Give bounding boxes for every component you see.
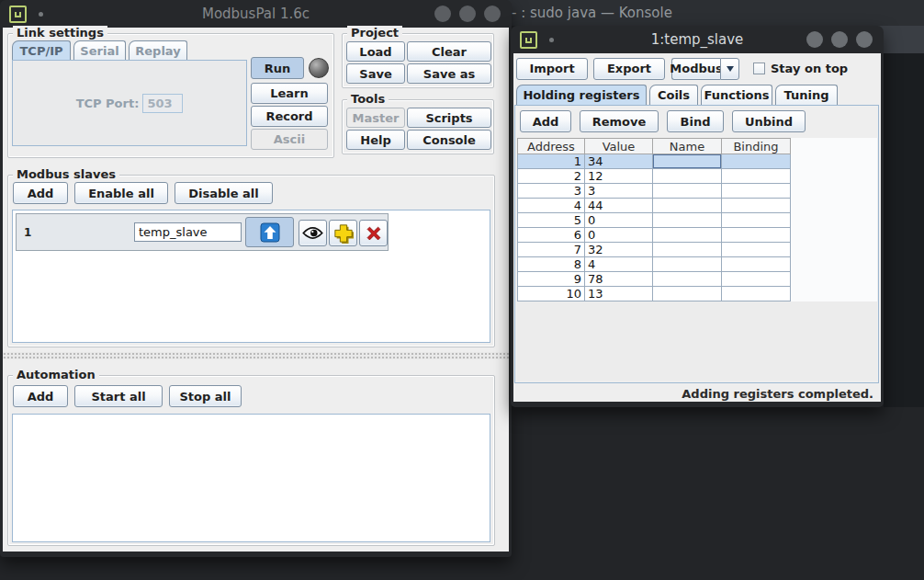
col-binding[interactable]: Binding bbox=[722, 138, 791, 154]
cell-value[interactable]: 32 bbox=[585, 243, 653, 257]
stop-all-button[interactable]: Stop all bbox=[169, 385, 242, 407]
learn-button[interactable]: Learn bbox=[251, 83, 328, 104]
cell-binding[interactable] bbox=[722, 243, 791, 257]
tcp-port-input[interactable]: 503 bbox=[142, 94, 183, 113]
cell-value[interactable]: 34 bbox=[585, 154, 653, 169]
table-row[interactable]: 5 0 bbox=[517, 213, 791, 228]
tab-tuning[interactable]: Tuning bbox=[775, 85, 838, 105]
scripts-button[interactable]: Scripts bbox=[407, 108, 491, 128]
cell-address[interactable]: 3 bbox=[517, 184, 585, 199]
cell-name[interactable] bbox=[653, 184, 722, 199]
cell-name[interactable] bbox=[653, 154, 722, 169]
cell-address[interactable]: 5 bbox=[517, 213, 585, 228]
tab-tcpip[interactable]: TCP/IP bbox=[12, 40, 71, 60]
cell-address[interactable]: 9 bbox=[517, 272, 585, 287]
cell-value[interactable]: 13 bbox=[585, 287, 653, 301]
konsole-titlebar[interactable]: - : sudo java — Konsole bbox=[503, 0, 924, 26]
tab-serial[interactable]: Serial bbox=[73, 40, 126, 60]
cell-binding[interactable] bbox=[722, 213, 791, 228]
slave-enable-toggle[interactable] bbox=[245, 217, 294, 247]
cell-binding[interactable] bbox=[722, 257, 791, 272]
register-add-button[interactable]: Add bbox=[520, 110, 571, 132]
cell-address[interactable]: 2 bbox=[517, 169, 585, 184]
stay-on-top-checkbox[interactable] bbox=[753, 63, 765, 74]
cell-value[interactable]: 0 bbox=[585, 228, 653, 243]
disable-all-button[interactable]: Disable all bbox=[175, 182, 273, 204]
table-row[interactable]: 1 34 bbox=[517, 154, 791, 169]
run-button[interactable]: Run bbox=[251, 57, 304, 79]
cell-name[interactable] bbox=[653, 213, 722, 228]
table-row[interactable]: 4 44 bbox=[517, 199, 791, 213]
cell-binding[interactable] bbox=[722, 184, 791, 199]
record-button[interactable]: Record bbox=[251, 106, 328, 127]
enable-all-button[interactable]: Enable all bbox=[74, 182, 168, 204]
cell-binding[interactable] bbox=[722, 272, 791, 287]
cell-value[interactable]: 12 bbox=[585, 169, 653, 184]
table-row[interactable]: 9 78 bbox=[517, 272, 791, 287]
cell-name[interactable] bbox=[653, 228, 722, 243]
save-as-button[interactable]: Save as bbox=[407, 63, 491, 84]
cell-binding[interactable] bbox=[722, 287, 791, 301]
slave-row[interactable]: 1 temp_slave bbox=[16, 213, 389, 251]
dialog-close-button[interactable] bbox=[856, 31, 873, 48]
col-value[interactable]: Value bbox=[585, 138, 653, 154]
modbuspal-titlebar[interactable]: ModbusPal 1.6c bbox=[0, 0, 512, 28]
cell-name[interactable] bbox=[653, 243, 722, 257]
registers-table[interactable]: Address Value Name Binding 1 34 2 12 bbox=[517, 138, 791, 301]
cell-value[interactable]: 44 bbox=[585, 199, 653, 213]
minimize-button[interactable] bbox=[434, 6, 451, 22]
register-bind-button[interactable]: Bind bbox=[667, 110, 724, 132]
cell-value[interactable]: 3 bbox=[585, 184, 653, 199]
tab-functions[interactable]: Functions bbox=[701, 85, 772, 105]
cell-name[interactable] bbox=[653, 272, 722, 287]
col-name[interactable]: Name bbox=[653, 138, 722, 154]
table-row[interactable]: 8 4 bbox=[517, 257, 791, 272]
cell-value[interactable]: 0 bbox=[585, 213, 653, 228]
dialog-maximize-button[interactable] bbox=[831, 31, 848, 48]
clear-button[interactable]: Clear bbox=[407, 41, 491, 62]
cell-binding[interactable] bbox=[722, 199, 791, 213]
cell-name[interactable] bbox=[653, 287, 722, 301]
table-header[interactable]: Address Value Name Binding bbox=[517, 138, 791, 154]
cell-address[interactable]: 10 bbox=[517, 287, 585, 301]
cell-binding[interactable] bbox=[722, 154, 791, 169]
slave-duplicate-button[interactable] bbox=[329, 220, 357, 246]
split-divider[interactable] bbox=[3, 352, 509, 359]
close-button[interactable] bbox=[484, 6, 501, 22]
load-button[interactable]: Load bbox=[346, 41, 405, 62]
help-button[interactable]: Help bbox=[346, 130, 405, 150]
table-row[interactable]: 3 3 bbox=[517, 184, 791, 199]
table-row[interactable]: 6 0 bbox=[517, 228, 791, 243]
table-row[interactable]: 10 13 bbox=[517, 287, 791, 301]
register-unbind-button[interactable]: Unbind bbox=[732, 110, 806, 132]
slave-delete-button[interactable] bbox=[359, 220, 388, 246]
table-row[interactable]: 2 12 bbox=[517, 169, 791, 184]
cell-address[interactable]: 4 bbox=[517, 199, 585, 213]
automation-add-button[interactable]: Add bbox=[13, 385, 68, 407]
tab-coils[interactable]: Coils bbox=[649, 85, 698, 105]
cell-address[interactable]: 7 bbox=[517, 243, 585, 257]
tab-holding-registers[interactable]: Holding registers bbox=[516, 85, 647, 105]
cell-name[interactable] bbox=[653, 199, 722, 213]
slave-name-input[interactable]: temp_slave bbox=[134, 222, 242, 242]
cell-name[interactable] bbox=[653, 169, 722, 184]
export-button[interactable]: Export bbox=[593, 58, 665, 80]
dialog-minimize-button[interactable] bbox=[806, 31, 823, 48]
cell-value[interactable]: 4 bbox=[585, 257, 653, 272]
cell-address[interactable]: 1 bbox=[517, 154, 585, 169]
table-row[interactable]: 7 32 bbox=[517, 243, 791, 257]
maximize-button[interactable] bbox=[459, 6, 476, 22]
slave-view-button[interactable] bbox=[299, 220, 327, 246]
tab-replay[interactable]: Replay bbox=[129, 40, 187, 60]
save-button[interactable]: Save bbox=[346, 63, 405, 84]
import-button[interactable]: Import bbox=[516, 58, 588, 80]
modbus-dropdown-arrow[interactable] bbox=[720, 58, 739, 80]
slave-add-button[interactable]: Add bbox=[13, 182, 68, 204]
col-address[interactable]: Address bbox=[517, 138, 585, 154]
console-button[interactable]: Console bbox=[407, 130, 491, 150]
start-all-button[interactable]: Start all bbox=[74, 385, 163, 407]
cell-binding[interactable] bbox=[722, 169, 791, 184]
modbus-dropdown[interactable]: Modbus bbox=[671, 58, 739, 80]
cell-name[interactable] bbox=[653, 257, 722, 272]
cell-address[interactable]: 8 bbox=[517, 257, 585, 272]
